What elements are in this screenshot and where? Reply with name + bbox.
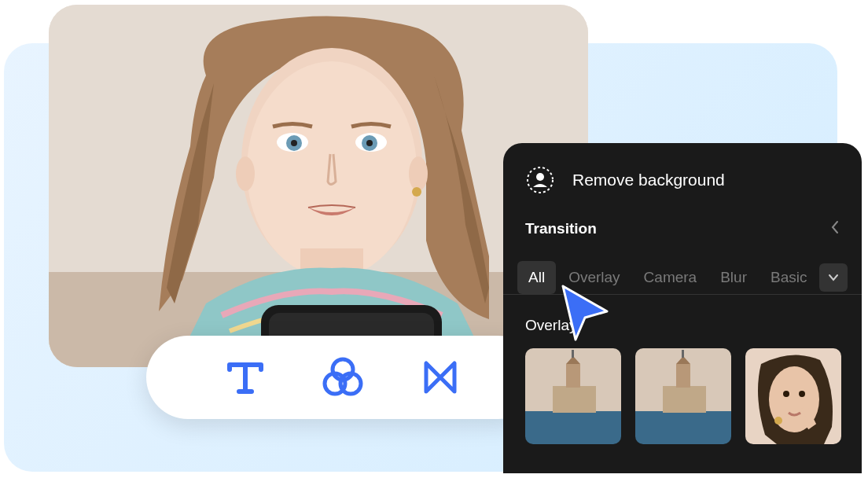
svg-point-20 (536, 173, 544, 181)
panel-title: Remove background (572, 171, 725, 189)
svg-point-36 (799, 391, 805, 397)
tabs-container: All Overlay Camera Blur Basic (503, 256, 862, 295)
svg-rect-26 (572, 350, 574, 358)
svg-point-11 (236, 156, 255, 191)
tab-overlay[interactable]: Overlay (557, 261, 631, 294)
text-tool-icon[interactable] (222, 354, 269, 401)
subsection-title: Overlay (517, 317, 848, 334)
tab-blur[interactable]: Blur (709, 261, 758, 294)
panel-header: Remove background (503, 165, 862, 195)
svg-rect-29 (663, 386, 706, 413)
tab-all[interactable]: All (517, 261, 556, 294)
thumbnail-item[interactable] (525, 348, 621, 444)
subsection: Overlay (503, 295, 862, 444)
svg-rect-30 (676, 364, 690, 388)
svg-point-10 (366, 140, 373, 146)
svg-point-3 (247, 61, 417, 278)
remove-bg-icon (525, 165, 555, 195)
tabs-dropdown-button[interactable] (819, 263, 848, 292)
tab-basic[interactable]: Basic (760, 261, 818, 294)
tool-toolbar (146, 336, 539, 419)
transition-tool-icon[interactable] (417, 354, 464, 401)
svg-point-13 (412, 187, 421, 197)
tab-camera[interactable]: Camera (633, 261, 708, 294)
svg-rect-22 (525, 411, 621, 444)
svg-point-35 (783, 391, 789, 397)
filter-tool-icon[interactable] (319, 354, 366, 401)
svg-rect-23 (553, 386, 596, 413)
svg-point-9 (291, 140, 297, 146)
section-header: Transition (503, 195, 862, 256)
effects-panel: Remove background Transition All Overlay… (503, 143, 862, 473)
thumbnail-item[interactable] (635, 348, 731, 444)
svg-rect-28 (635, 411, 731, 444)
svg-point-12 (409, 156, 428, 191)
svg-rect-32 (682, 350, 684, 358)
svg-point-37 (774, 417, 782, 425)
svg-rect-24 (566, 364, 580, 388)
section-title: Transition (525, 220, 597, 237)
chevron-left-icon[interactable] (830, 219, 840, 239)
thumbnail-item[interactable] (745, 348, 841, 444)
thumbnail-row (517, 348, 848, 444)
